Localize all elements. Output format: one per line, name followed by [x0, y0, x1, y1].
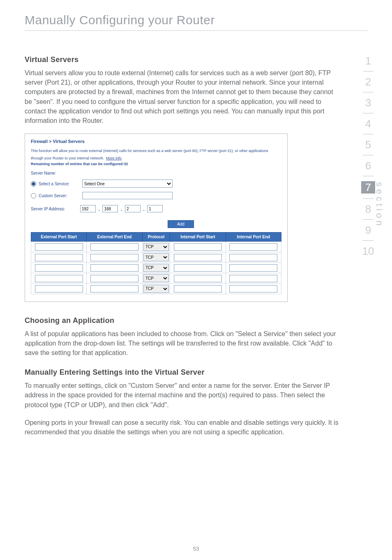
port-input[interactable] — [174, 243, 222, 251]
port-input[interactable] — [229, 243, 277, 251]
nav-item-5[interactable]: 5 — [353, 139, 383, 150]
protocol-select[interactable]: TCP — [143, 274, 169, 282]
port-input[interactable] — [229, 275, 277, 282]
col-int-start: Internal Port Start — [170, 233, 226, 242]
ip-octet-1[interactable] — [80, 205, 96, 212]
paragraph-virtual-servers: Virtual servers allow you to route exter… — [25, 68, 341, 125]
heading-choosing-app: Choosing an Application — [25, 316, 341, 325]
port-input[interactable] — [229, 254, 277, 261]
nav-separator — [363, 240, 374, 241]
table-row: TCP — [31, 273, 281, 283]
nav-separator — [363, 198, 374, 199]
port-input[interactable] — [35, 285, 83, 293]
nav-separator — [363, 113, 374, 113]
table-row: TCP — [31, 252, 281, 263]
nav-item-2[interactable]: 2 — [353, 76, 383, 87]
page-number: 53 — [0, 546, 392, 552]
custom-server-radio[interactable] — [31, 193, 36, 198]
page-title: Manually Configuring your Router — [25, 13, 392, 27]
protocol-select[interactable]: TCP — [143, 264, 169, 272]
nav-item-10[interactable]: 10 — [353, 246, 383, 256]
col-protocol: Protocol — [142, 233, 170, 242]
port-input[interactable] — [174, 254, 222, 261]
nav-item-3[interactable]: 3 — [353, 97, 383, 108]
nav-separator — [363, 71, 374, 71]
port-input[interactable] — [35, 275, 83, 282]
port-input[interactable] — [90, 243, 138, 251]
server-name-label: Server Name: — [31, 171, 56, 175]
col-ext-end: External Port End — [87, 233, 142, 242]
title-rule — [25, 30, 367, 31]
port-input[interactable] — [90, 275, 138, 282]
select-service-label: Select a Service: — [39, 182, 80, 186]
ip-octet-4[interactable] — [147, 205, 163, 212]
section-vertical-label: section — [374, 182, 385, 228]
table-row: TCP — [31, 263, 281, 273]
nav-item-6[interactable]: 6 — [353, 160, 383, 171]
paragraph-manual-entry-2: Opening ports in your firewall can pose … — [25, 418, 341, 437]
nav-item-7[interactable]: 7 — [361, 181, 375, 194]
ip-octet-2[interactable] — [102, 205, 118, 212]
heading-manual-entry: Manually Entering Settings into the Virt… — [25, 368, 341, 377]
embedded-screenshot: Firewall > Virtual Servers This function… — [25, 134, 288, 302]
server-ip-label: Server IP Address: — [31, 207, 78, 211]
add-button[interactable]: Add — [168, 220, 194, 228]
port-input[interactable] — [174, 285, 222, 293]
custom-server-label: Custom Server: — [39, 194, 80, 198]
heading-virtual-servers: Virtual Servers — [25, 55, 341, 64]
port-input[interactable] — [90, 285, 138, 293]
port-input[interactable] — [90, 254, 138, 261]
table-row: TCP — [31, 283, 281, 294]
remaining-entries-label: Remaining number of entries that can be … — [31, 162, 281, 166]
table-row: TCP — [31, 242, 281, 252]
ip-octet-3[interactable] — [125, 205, 141, 212]
ports-table-body: TCPTCPTCPTCPTCP — [31, 242, 281, 294]
port-input[interactable] — [35, 264, 83, 272]
screenshot-title: Firewall > Virtual Servers — [31, 139, 281, 144]
protocol-select[interactable]: TCP — [143, 253, 169, 261]
port-input[interactable] — [229, 264, 277, 272]
nav-separator — [363, 134, 374, 134]
port-input[interactable] — [90, 264, 138, 272]
paragraph-choosing-app: A list of popular applications has been … — [25, 329, 341, 358]
col-ext-start: External Port Start — [31, 233, 87, 242]
nav-separator — [363, 155, 374, 155]
nav-item-1[interactable]: 1 — [353, 55, 383, 66]
port-input[interactable] — [229, 285, 277, 293]
port-input[interactable] — [174, 275, 222, 282]
port-input[interactable] — [35, 254, 83, 261]
port-input[interactable] — [174, 264, 222, 272]
ports-table: External Port Start External Port End Pr… — [31, 232, 281, 294]
nav-separator — [363, 92, 374, 92]
protocol-select[interactable]: TCP — [143, 243, 169, 251]
more-info-link[interactable]: More Info — [106, 156, 122, 160]
nav-separator — [363, 176, 374, 176]
custom-server-input[interactable] — [82, 192, 173, 199]
paragraph-manual-entry-1: To manually enter settings, click on "Cu… — [25, 381, 341, 410]
main-content: Virtual Servers Virtual servers allow yo… — [25, 55, 341, 437]
port-input[interactable] — [35, 243, 83, 251]
nav-item-4[interactable]: 4 — [353, 118, 383, 129]
select-service-radio[interactable] — [31, 181, 36, 187]
service-dropdown[interactable]: Select One — [82, 180, 173, 188]
nav-separator — [363, 219, 374, 220]
screenshot-description: This function will allow you to route ex… — [31, 149, 268, 160]
col-int-end: Internal Port End — [226, 233, 281, 242]
protocol-select[interactable]: TCP — [143, 285, 169, 293]
